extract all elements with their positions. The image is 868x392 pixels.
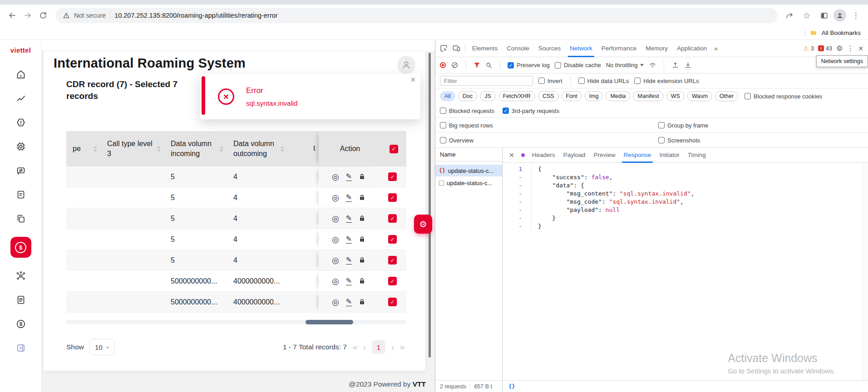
lock-icon[interactable] bbox=[359, 299, 365, 305]
message-sync-icon[interactable] bbox=[15, 165, 27, 176]
select-all-checkbox[interactable] bbox=[390, 145, 398, 153]
row-checkbox[interactable] bbox=[388, 193, 397, 202]
table-row[interactable]: 5 4 ◎ ✎ bbox=[66, 229, 406, 250]
type-chip[interactable]: All bbox=[440, 91, 455, 101]
type-chip[interactable]: Other bbox=[715, 91, 738, 101]
network-filter-input[interactable] bbox=[440, 76, 533, 86]
col-header-call-type[interactable]: pe bbox=[66, 131, 101, 167]
type-chip[interactable]: Doc bbox=[458, 91, 477, 101]
big-request-rows-checkbox[interactable]: Big request rows bbox=[440, 122, 658, 129]
type-chip[interactable]: Wasm bbox=[687, 91, 712, 101]
user-avatar[interactable] bbox=[397, 56, 415, 74]
request-row[interactable]: {} update-status-c... bbox=[435, 165, 502, 176]
address-bar[interactable]: Not secure 10.207.252.135:8200/roaming-a… bbox=[55, 8, 777, 23]
document-lines-icon[interactable] bbox=[15, 294, 27, 306]
view-icon[interactable]: ◎ bbox=[332, 298, 339, 306]
back-icon[interactable] bbox=[5, 8, 20, 23]
lock-icon[interactable] bbox=[359, 257, 365, 264]
detail-tab[interactable]: Initiator bbox=[655, 148, 683, 163]
detail-tab[interactable]: Preview bbox=[590, 148, 620, 163]
detail-tab[interactable]: Timing bbox=[684, 148, 710, 163]
detail-tab[interactable]: Payload bbox=[559, 148, 590, 163]
network-conditions-icon[interactable] bbox=[649, 61, 656, 69]
blocked-requests-checkbox[interactable]: Blocked requests bbox=[440, 108, 494, 114]
browser-menu-icon[interactable]: ⋮ bbox=[848, 8, 863, 23]
copy-icon[interactable] bbox=[15, 213, 27, 225]
devtools-tab[interactable]: Performance bbox=[597, 40, 641, 57]
share-icon[interactable] bbox=[782, 8, 797, 23]
row-checkbox[interactable] bbox=[388, 214, 397, 223]
view-icon[interactable]: ◎ bbox=[332, 277, 339, 285]
devtools-tab[interactable]: Console bbox=[502, 40, 534, 57]
invert-checkbox[interactable]: Invert bbox=[538, 78, 562, 84]
bookmark-star-icon[interactable]: ☆ bbox=[799, 8, 814, 23]
view-icon[interactable]: ◎ bbox=[332, 194, 339, 202]
settings-fab-gear-icon[interactable]: ⚙ bbox=[414, 215, 432, 234]
type-chip[interactable]: Fetch/XHR bbox=[498, 91, 535, 101]
export-har-icon[interactable] bbox=[684, 61, 692, 69]
table-row[interactable]: 5 4 ◎ ✎ bbox=[66, 167, 406, 187]
record-network-log-icon[interactable] bbox=[440, 62, 446, 68]
toast-close-icon[interactable]: ✕ bbox=[410, 76, 416, 84]
page-scrollbar[interactable] bbox=[429, 53, 431, 358]
home-icon[interactable] bbox=[15, 69, 27, 80]
issues-badge[interactable]: ! 43 bbox=[818, 45, 832, 52]
collapse-panel-icon[interactable] bbox=[15, 342, 27, 354]
chip-settings-icon[interactable] bbox=[15, 141, 27, 152]
more-tabs-icon[interactable]: » bbox=[711, 45, 720, 52]
row-checkbox[interactable] bbox=[388, 277, 397, 285]
detail-tab[interactable]: Response bbox=[620, 148, 656, 163]
all-bookmarks-button[interactable]: All Bookmarks bbox=[822, 29, 861, 36]
dollar-circle-icon[interactable]: $ bbox=[15, 318, 27, 330]
lock-icon[interactable] bbox=[359, 278, 365, 284]
table-row[interactable]: 5 4 ◎ ✎ bbox=[66, 250, 406, 271]
view-icon[interactable]: ◎ bbox=[332, 215, 339, 223]
browser-profile-avatar[interactable] bbox=[833, 9, 846, 22]
row-checkbox[interactable] bbox=[388, 298, 397, 306]
dollar-active-icon[interactable]: $ bbox=[10, 237, 31, 258]
filter-icon[interactable] bbox=[473, 62, 480, 69]
blocked-response-cookies-checkbox[interactable]: Blocked response cookies bbox=[745, 93, 822, 100]
type-chip[interactable]: Img bbox=[585, 91, 603, 101]
inspect-element-icon[interactable] bbox=[437, 42, 450, 55]
devtools-tab[interactable]: Sources bbox=[534, 40, 566, 57]
edit-icon[interactable]: ✎ bbox=[346, 194, 352, 202]
edit-icon[interactable]: ✎ bbox=[346, 235, 352, 244]
col-header-data-volumn-outcoming[interactable]: Data volumn outcoming bbox=[227, 131, 288, 167]
format-json-icon[interactable]: {} bbox=[503, 383, 515, 390]
sort-icon[interactable] bbox=[94, 146, 97, 152]
clear-network-log-icon[interactable] bbox=[451, 61, 459, 69]
note-icon[interactable] bbox=[15, 189, 27, 201]
response-body[interactable]: 1{- "success": false,- "data": {- "msg_c… bbox=[503, 163, 868, 380]
side-panel-icon[interactable] bbox=[816, 8, 832, 23]
type-chip[interactable]: Manifest bbox=[633, 91, 663, 101]
table-horizontal-scrollbar[interactable] bbox=[66, 320, 406, 324]
devtools-tab[interactable]: Application bbox=[672, 40, 711, 57]
preserve-log-checkbox[interactable]: Preserve log bbox=[508, 62, 550, 69]
col-header-select-all[interactable] bbox=[379, 131, 406, 167]
edit-icon[interactable]: ✎ bbox=[346, 173, 352, 181]
forward-icon[interactable] bbox=[20, 8, 35, 23]
reload-icon[interactable] bbox=[35, 8, 51, 23]
lock-icon[interactable] bbox=[359, 194, 365, 201]
page-size-select[interactable]: 10 bbox=[89, 339, 115, 355]
detail-tab[interactable]: Headers bbox=[528, 148, 559, 163]
col-header-call-type-level-3[interactable]: Call type level 3 bbox=[101, 131, 164, 167]
scrollbar-thumb[interactable] bbox=[306, 320, 353, 324]
device-toolbar-icon[interactable] bbox=[450, 42, 463, 55]
edit-icon[interactable]: ✎ bbox=[346, 256, 352, 265]
devtools-tab[interactable]: Network bbox=[565, 40, 597, 57]
request-list-name-header[interactable]: Name bbox=[435, 148, 502, 162]
view-icon[interactable]: ◎ bbox=[332, 235, 339, 244]
edit-icon[interactable]: ✎ bbox=[346, 215, 352, 223]
current-page-button[interactable]: 1 bbox=[372, 340, 385, 354]
import-har-icon[interactable] bbox=[671, 61, 679, 69]
request-row[interactable]: update-status-c... bbox=[435, 177, 502, 189]
row-checkbox[interactable] bbox=[388, 172, 397, 181]
col-header-data-volumn-incoming[interactable]: Data volumn incoming bbox=[164, 131, 227, 167]
disable-cache-checkbox[interactable]: Disable cache bbox=[555, 62, 601, 69]
next-page-button[interactable]: › bbox=[391, 343, 394, 351]
type-chip[interactable]: Font bbox=[562, 91, 582, 101]
col-header-utc[interactable]: UTC bbox=[288, 131, 319, 167]
sort-icon[interactable] bbox=[281, 146, 284, 152]
